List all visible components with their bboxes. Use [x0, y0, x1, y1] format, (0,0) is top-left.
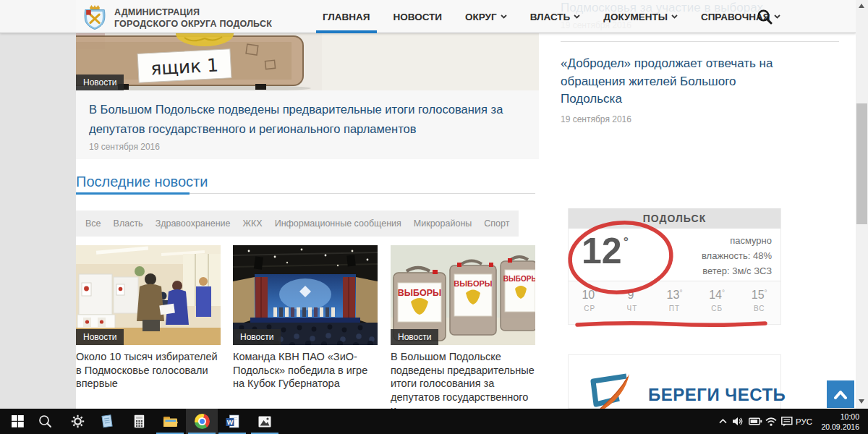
- sidebar-article-title[interactable]: «Добродел» продолжает отвечать на обраще…: [561, 55, 785, 109]
- degree-symbol: °: [624, 234, 629, 249]
- news-card-image[interactable]: Новости: [233, 245, 378, 345]
- featured-article-title[interactable]: В Большом Подольске подведены предварите…: [89, 100, 509, 138]
- weather-conditions: пасмурно влажность: 48% ветер: 3м/с ЗСЗ: [702, 234, 772, 278]
- taskbar-settings-button[interactable]: [61, 409, 93, 434]
- heading-divider-accent: [76, 192, 190, 195]
- calculator-icon: [134, 414, 145, 428]
- filter-tab-health[interactable]: Здравоохранение: [156, 218, 231, 229]
- tray-battery-button[interactable]: [747, 409, 763, 434]
- filter-tab-all[interactable]: Все: [85, 218, 101, 229]
- ballot-box-photo: ящик 1: [76, 33, 539, 90]
- tray-network-button[interactable]: [764, 409, 778, 434]
- site-title-line2: ГОРОДСКОГО ОКРУГА ПОДОЛЬСК: [114, 18, 272, 30]
- photos-icon: [258, 416, 271, 427]
- filter-tab-government[interactable]: Власть: [114, 218, 143, 229]
- filter-tab-districts[interactable]: Микрорайоны: [414, 218, 472, 229]
- nav-item-home[interactable]: ГЛАВНАЯ: [323, 0, 370, 33]
- news-card-title[interactable]: Около 10 тысяч избирателей в Подмосковье…: [76, 350, 221, 391]
- ballot-box-label-text: ящик 1: [150, 55, 218, 80]
- taskbar-file-explorer-button[interactable]: [154, 409, 186, 434]
- scrollbar-up-arrow[interactable]: [859, 4, 864, 8]
- chevron-down-icon: [774, 14, 780, 19]
- windows-logo-icon: [12, 415, 24, 427]
- forecast-day-label: ЧТ: [611, 305, 654, 312]
- scrollbar-down-arrow[interactable]: [859, 399, 864, 404]
- beregi-chest-banner[interactable]: БЕРЕГИ ЧЕСТЬ: [568, 354, 781, 409]
- forecast-day: 10° СР: [569, 281, 611, 324]
- wifi-icon: [765, 417, 777, 426]
- chevron-down-icon: [574, 14, 580, 19]
- filter-tab-sport[interactable]: Спорт: [484, 218, 509, 229]
- weather-humidity: влажность: 48%: [702, 249, 772, 264]
- taskbar-notepad-button[interactable]: [91, 409, 123, 434]
- featured-article-card: ящик 1 Новости В Большом Подольске подве…: [76, 33, 539, 159]
- tray-clock[interactable]: 10:00 20.09.2016: [821, 412, 859, 432]
- forecast-day: 13° ПТ: [653, 281, 696, 324]
- nav-item-government[interactable]: ВЛАСТЬ: [530, 0, 581, 33]
- weather-current-temp: 12°: [582, 230, 627, 272]
- folder-icon: [163, 415, 178, 427]
- nav-item-documents[interactable]: ДОКУМЕНТЫ: [603, 0, 678, 33]
- ballot-box-text: ВЫБОРЫ: [503, 275, 535, 283]
- windows-taskbar: W: [0, 409, 868, 434]
- filter-tab-utilities[interactable]: ЖКХ: [242, 218, 262, 229]
- browser-scrollbar[interactable]: [856, 0, 868, 409]
- taskbar-chrome-button[interactable]: [186, 409, 218, 434]
- weather-widget: ПОДОЛЬСК 12° пасмурно влажность: 48% вет…: [568, 208, 781, 325]
- beregi-chest-logo: [580, 371, 644, 412]
- tray-time: 10:00: [821, 412, 859, 422]
- news-category-badge: Новости: [76, 329, 124, 345]
- svg-text:W: W: [226, 419, 233, 426]
- site-title: АДМИНИСТРАЦИЯ ГОРОДСКОГО ОКРУГА ПОДОЛЬСК: [114, 7, 272, 30]
- sidebar-article-date: 19 сентября 2016: [561, 114, 785, 124]
- nav-item-district[interactable]: ОКРУГ: [465, 0, 507, 33]
- taskbar-word-button[interactable]: W: [216, 409, 248, 434]
- degree-symbol: °: [722, 289, 725, 297]
- chevron-down-icon: [671, 14, 678, 19]
- news-filter-bar: Все Власть Здравоохранение ЖКХ Информаци…: [76, 210, 519, 237]
- news-card: Новости Около 10 тысяч избирателей в Под…: [76, 245, 221, 391]
- battery-icon: [749, 417, 762, 425]
- news-category-badge: Новости: [233, 329, 281, 345]
- main-navigation: ГЛАВНАЯ НОВОСТИ ОКРУГ ВЛАСТЬ ДОКУМЕНТЫ С…: [323, 0, 780, 33]
- news-card-title[interactable]: В Большом Подольске подведены предварите…: [391, 350, 535, 417]
- taskbar-search-button[interactable]: [29, 409, 61, 434]
- forecast-day: 14° СБ: [696, 281, 739, 324]
- forecast-day-label: СР: [569, 305, 611, 312]
- news-card-title[interactable]: Команда КВН ПАО «ЗиО-Подольск» победила …: [233, 350, 378, 391]
- tray-volume-button[interactable]: [731, 409, 745, 434]
- filter-tab-info[interactable]: Информационные сообщения: [275, 218, 401, 229]
- notification-icon: [781, 417, 793, 427]
- weather-condition-text: пасмурно: [702, 234, 772, 249]
- featured-article-date: 19 сентября 2016: [89, 142, 160, 152]
- gear-icon: [71, 414, 85, 428]
- weather-current: 12° пасмурно влажность: 48% ветер: 3м/с …: [569, 229, 780, 281]
- chevron-down-icon: [501, 14, 507, 19]
- nav-item-news[interactable]: НОВОСТИ: [393, 0, 443, 33]
- ballot-box-text: ВЫБОРЫ: [398, 288, 442, 298]
- desktop-screen: Подмосковья за участие в выборах 19 сент…: [0, 0, 868, 434]
- speaker-icon: [732, 417, 744, 426]
- forecast-day-label: СБ: [696, 305, 739, 312]
- tray-language-indicator[interactable]: РУС: [796, 409, 812, 434]
- news-card-image[interactable]: ВЫБОРЫ ВЫБОРЫ ВЫБОРЫ Новости: [391, 245, 535, 345]
- taskbar-calculator-button[interactable]: [123, 409, 155, 434]
- search-icon[interactable]: [757, 9, 773, 25]
- site-header: АДМИНИСТРАЦИЯ ГОРОДСКОГО ОКРУГА ПОДОЛЬСК…: [0, 0, 856, 33]
- podolsk-coat-of-arms-logo[interactable]: [81, 4, 109, 30]
- forecast-day-label: ВС: [738, 305, 780, 312]
- tray-notifications-button[interactable]: [780, 409, 794, 434]
- back-to-top-button[interactable]: [827, 380, 854, 408]
- news-card-image[interactable]: Новости: [76, 245, 221, 345]
- tray-date: 20.09.2016: [821, 422, 859, 432]
- scrollbar-thumb[interactable]: [856, 103, 867, 224]
- news-category-badge: Новости: [76, 75, 124, 90]
- tray-show-hidden-icons-button[interactable]: [716, 409, 729, 434]
- forecast-day: 9° ЧТ: [611, 281, 654, 324]
- search-icon: [38, 414, 52, 428]
- weather-forecast-row: 10° СР 9° ЧТ 13° ПТ 14° СБ 15° ВС: [569, 281, 780, 324]
- latest-news-heading: Последние новости: [76, 174, 208, 190]
- degree-symbol: °: [765, 289, 767, 297]
- featured-article-image[interactable]: ящик 1 Новости: [76, 33, 539, 90]
- taskbar-photos-button[interactable]: [249, 409, 281, 434]
